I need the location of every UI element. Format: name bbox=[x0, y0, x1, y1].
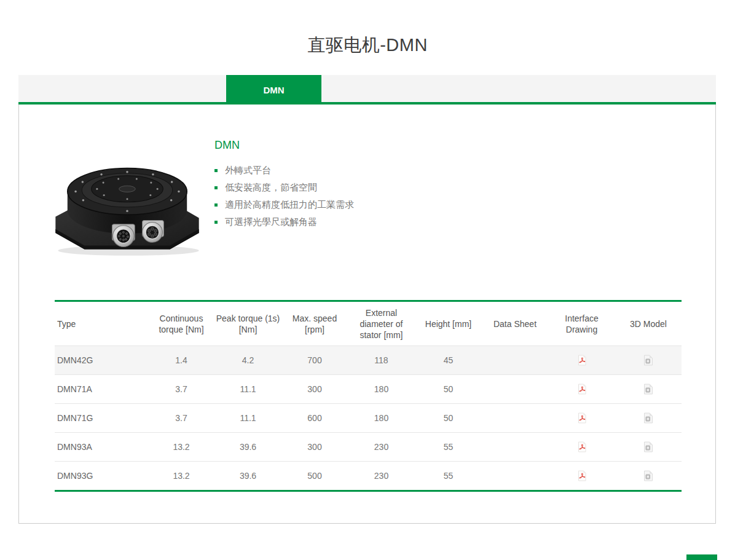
pdf-icon[interactable] bbox=[576, 470, 588, 481]
pdf-icon[interactable] bbox=[576, 384, 588, 395]
cell-height: 50 bbox=[415, 384, 482, 394]
tab-bar: DMN bbox=[18, 75, 716, 105]
cell-type: DMN42G bbox=[55, 355, 148, 365]
col-header-interface-drawing: Interface Drawing bbox=[548, 309, 615, 339]
feature-list: 外轉式平台 低安裝高度，節省空間 適用於高精度低扭力的工業需求 可選擇光學尺或解… bbox=[214, 162, 354, 231]
cell-peak-torque: 39.6 bbox=[214, 471, 281, 481]
col-header-max-speed: Max. speed [rpm] bbox=[281, 309, 348, 339]
scroll-to-top-button[interactable] bbox=[686, 554, 717, 560]
table-header-row: Type Continuous torque [Nm] Peak torque … bbox=[55, 302, 682, 346]
cell-type: DMN93A bbox=[55, 442, 148, 452]
cell-stator-diameter: 230 bbox=[348, 471, 415, 481]
col-header-3d-model: 3D Model bbox=[615, 315, 682, 333]
cell-type: DMN71A bbox=[55, 384, 148, 394]
cell-stator-diameter: 180 bbox=[348, 413, 415, 423]
cell-peak-torque: 11.1 bbox=[214, 413, 281, 423]
cell-continuous-torque: 13.2 bbox=[148, 471, 214, 481]
feature-text: 外轉式平台 bbox=[225, 165, 271, 176]
cell-height: 55 bbox=[415, 471, 482, 481]
cell-max-speed: 700 bbox=[281, 355, 348, 365]
cell-peak-torque: 11.1 bbox=[214, 384, 281, 394]
feature-item: 外轉式平台 bbox=[214, 162, 354, 179]
feature-text: 低安裝高度，節省空間 bbox=[225, 182, 317, 194]
col-header-height: Height [mm] bbox=[415, 315, 482, 333]
pdf-icon[interactable] bbox=[576, 355, 588, 366]
bullet-square-icon bbox=[214, 169, 218, 172]
tab-dmn[interactable]: DMN bbox=[226, 75, 321, 105]
cell-stator-diameter: 180 bbox=[348, 384, 415, 394]
cell-peak-torque: 39.6 bbox=[214, 442, 281, 452]
cell-continuous-torque: 3.7 bbox=[148, 384, 214, 394]
tab-dmn-label: DMN bbox=[263, 85, 284, 95]
feature-item: 適用於高精度低扭力的工業需求 bbox=[214, 196, 354, 213]
table-row: DMN71A 3.7 11.1 300 180 50 bbox=[55, 375, 682, 404]
3d-file-icon[interactable] bbox=[643, 470, 653, 481]
spec-table: Type Continuous torque [Nm] Peak torque … bbox=[55, 300, 682, 492]
cell-type: DMN71G bbox=[55, 413, 148, 423]
product-heading: DMN bbox=[214, 139, 354, 152]
bullet-square-icon bbox=[214, 221, 218, 224]
pdf-icon[interactable] bbox=[576, 412, 588, 424]
cell-max-speed: 500 bbox=[281, 471, 348, 481]
bullet-square-icon bbox=[214, 186, 218, 189]
cell-max-speed: 600 bbox=[281, 413, 348, 423]
cell-stator-diameter: 118 bbox=[348, 355, 415, 365]
feature-text: 可選擇光學尺或解角器 bbox=[225, 216, 317, 228]
content-panel: DMN 外轉式平台 低安裝高度，節省空間 適用於高精度低扭力的工業需求 可選擇光… bbox=[18, 105, 716, 524]
feature-item: 可選擇光學尺或解角器 bbox=[214, 213, 354, 231]
table-row: DMN71G 3.7 11.1 600 180 50 bbox=[55, 404, 682, 433]
page-title: 直驱电机-DMN bbox=[0, 33, 735, 58]
cell-continuous-torque: 13.2 bbox=[148, 442, 214, 452]
col-header-stator-diameter: External diameter of stator [mm] bbox=[348, 304, 415, 344]
cell-peak-torque: 4.2 bbox=[214, 355, 281, 365]
product-image bbox=[47, 155, 208, 258]
pdf-icon[interactable] bbox=[576, 441, 588, 452]
page: 直驱电机-DMN DMN bbox=[0, 0, 735, 560]
table-row: DMN42G 1.4 4.2 700 118 45 bbox=[55, 346, 682, 375]
col-header-data-sheet: Data Sheet bbox=[482, 315, 548, 333]
col-header-continuous-torque: Continuous torque [Nm] bbox=[148, 309, 214, 339]
cell-height: 45 bbox=[415, 355, 482, 365]
col-header-type: Type bbox=[55, 315, 148, 333]
cell-type: DMN93G bbox=[55, 471, 148, 481]
table-row: DMN93A 13.2 39.6 300 230 55 bbox=[55, 433, 682, 462]
cell-height: 50 bbox=[415, 413, 482, 423]
col-header-peak-torque: Peak torque (1s) [Nm] bbox=[214, 309, 281, 339]
bullet-square-icon bbox=[214, 203, 218, 207]
cell-max-speed: 300 bbox=[281, 442, 348, 452]
3d-file-icon[interactable] bbox=[643, 384, 653, 395]
table-row: DMN93G 13.2 39.6 500 230 55 bbox=[55, 462, 682, 490]
product-info: DMN 外轉式平台 低安裝高度，節省空間 適用於高精度低扭力的工業需求 可選擇光… bbox=[214, 139, 354, 231]
3d-file-icon[interactable] bbox=[643, 412, 653, 424]
feature-text: 適用於高精度低扭力的工業需求 bbox=[225, 199, 354, 211]
3d-file-icon[interactable] bbox=[643, 355, 653, 366]
cell-stator-diameter: 230 bbox=[348, 442, 415, 452]
cell-continuous-torque: 3.7 bbox=[148, 413, 214, 423]
3d-file-icon[interactable] bbox=[643, 441, 653, 452]
cell-height: 55 bbox=[415, 442, 482, 452]
feature-item: 低安裝高度，節省空間 bbox=[214, 179, 354, 196]
cell-max-speed: 300 bbox=[281, 384, 348, 394]
cell-continuous-torque: 1.4 bbox=[148, 355, 214, 365]
